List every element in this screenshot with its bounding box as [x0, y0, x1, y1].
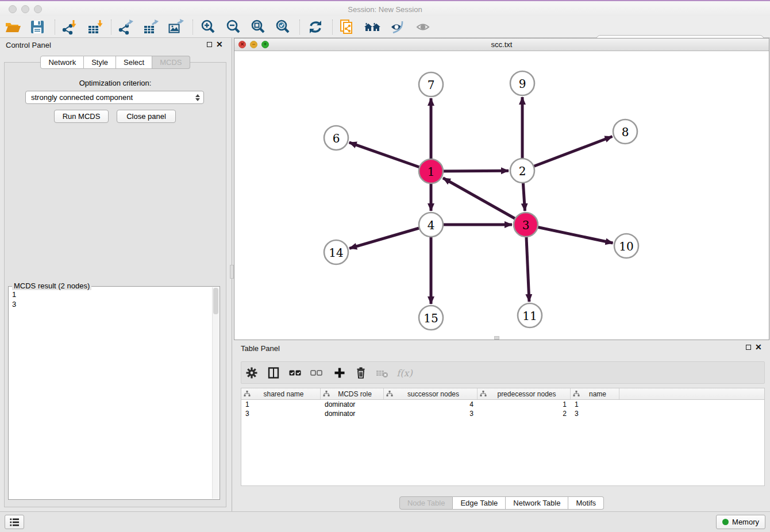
zoom-out-icon[interactable]	[224, 18, 242, 36]
cell-predecessor-nodes[interactable]: 1	[478, 400, 571, 409]
table-row-2[interactable]: 3dominator323	[241, 409, 764, 418]
table-panel-close-icon[interactable]: ✕	[755, 344, 762, 350]
svg-text:4: 4	[428, 218, 435, 232]
node-2[interactable]: 2	[510, 159, 534, 183]
mcds-result-title: MCDS result (2 nodes)	[12, 282, 91, 290]
control-panel-controls: ✕	[207, 41, 223, 47]
tab-network[interactable]: Network	[40, 56, 84, 69]
edge-3-1[interactable]	[443, 178, 526, 225]
mcds-result-list[interactable]: 1 3	[12, 290, 16, 309]
vertical-splitter-grip[interactable]	[230, 265, 234, 279]
table-tab-node-table[interactable]: Node Table	[399, 496, 453, 510]
export-network-icon[interactable]	[116, 18, 134, 36]
delete-table-icon	[373, 364, 391, 382]
close-panel-button[interactable]: Close panel	[117, 110, 176, 123]
node-table-body: 1dominator4113dominator323	[241, 400, 764, 418]
toolbar-separator	[111, 20, 111, 34]
export-table-icon[interactable]	[141, 18, 160, 36]
cell-successor-nodes[interactable]: 4	[384, 400, 478, 409]
cell-predecessor-nodes[interactable]: 2	[478, 409, 571, 418]
column-header-predecessor-nodes[interactable]: predecessor nodes	[478, 388, 571, 399]
window-title: Session: New Session	[0, 5, 770, 14]
export-image-icon[interactable]	[167, 18, 185, 36]
cell-mcds-role[interactable]: dominator	[321, 400, 384, 409]
node-6[interactable]: 6	[324, 126, 348, 150]
edge-2-8[interactable]	[522, 137, 613, 171]
tab-mcds[interactable]: MCDS	[152, 56, 190, 69]
column-header-successor-nodes[interactable]: successor nodes	[384, 388, 478, 399]
zoom-fit-icon[interactable]	[249, 18, 267, 36]
tab-select[interactable]: Select	[116, 56, 152, 69]
control-panel-float-icon[interactable]	[207, 42, 212, 47]
new-network-from-selection-icon[interactable]	[338, 18, 356, 36]
mcds-result-group: MCDS result (2 nodes) 1 3	[8, 286, 220, 500]
clear-all-checks-icon[interactable]	[307, 364, 326, 382]
svg-text:7: 7	[428, 78, 435, 92]
task-history-button[interactable]	[5, 515, 24, 529]
criterion-value: strongly connected component	[31, 93, 195, 102]
control-panel-close-icon[interactable]: ✕	[216, 41, 223, 47]
memory-label: Memory	[732, 518, 759, 526]
list-icon	[9, 516, 20, 528]
column-header-name[interactable]: name	[571, 388, 619, 399]
node-1[interactable]: 1	[419, 159, 443, 183]
table-tab-network-table[interactable]: Network Table	[506, 496, 568, 510]
table-panel-float-icon[interactable]	[746, 345, 751, 350]
add-row-icon[interactable]	[330, 364, 349, 382]
mcds-result-scrollbar[interactable]	[212, 287, 219, 499]
node-table: shared nameMCDS rolesuccessor nodesprede…	[241, 388, 765, 486]
node-8[interactable]: 8	[613, 119, 637, 144]
import-network-icon[interactable]	[60, 18, 78, 36]
cell-mcds-role[interactable]: dominator	[321, 409, 384, 418]
criterion-select[interactable]: strongly connected component	[25, 91, 204, 104]
column-header-mcds-role[interactable]: MCDS role	[321, 388, 384, 399]
node-15[interactable]: 15	[419, 306, 443, 330]
zoom-in-icon[interactable]	[199, 18, 217, 36]
node-9[interactable]: 9	[510, 71, 534, 95]
hide-selected-icon[interactable]	[388, 18, 407, 36]
open-session-icon[interactable]	[3, 18, 22, 36]
cell-name[interactable]: 3	[571, 409, 619, 418]
node-3[interactable]: 3	[514, 213, 538, 237]
show-columns-icon[interactable]	[264, 364, 283, 382]
select-all-checks-icon[interactable]	[286, 364, 305, 382]
node-4[interactable]: 4	[419, 213, 443, 237]
tab-style[interactable]: Style	[84, 56, 116, 69]
network-canvas[interactable]: 7968124314101511	[234, 51, 769, 340]
first-neighbors-icon[interactable]	[363, 18, 382, 36]
node-10[interactable]: 10	[614, 234, 638, 258]
svg-text:1: 1	[428, 165, 435, 179]
memory-status-icon	[722, 519, 729, 525]
node-11[interactable]: 11	[518, 303, 542, 327]
show-all-icon[interactable]	[414, 18, 433, 36]
svg-text:10: 10	[619, 240, 633, 253]
cell-shared-name[interactable]: 1	[241, 400, 321, 409]
column-header-shared-name[interactable]: shared name	[241, 388, 321, 399]
edge-1-6[interactable]	[349, 142, 431, 171]
delete-row-icon[interactable]	[352, 364, 370, 382]
run-mcds-button[interactable]: Run MCDS	[54, 110, 109, 123]
table-tab-motifs[interactable]: Motifs	[568, 496, 604, 510]
memory-button[interactable]: Memory	[716, 515, 765, 529]
cell-successor-nodes[interactable]: 3	[384, 409, 478, 418]
cell-name[interactable]: 1	[571, 400, 619, 409]
svg-text:9: 9	[519, 77, 526, 91]
column-settings-icon[interactable]	[242, 364, 261, 382]
svg-text:6: 6	[333, 132, 340, 145]
select-stepper-icon	[195, 94, 200, 101]
horizontal-splitter-grip[interactable]	[494, 336, 499, 340]
import-table-icon[interactable]	[86, 18, 104, 36]
edge-3-10[interactable]	[526, 225, 613, 243]
node-14[interactable]: 14	[324, 240, 348, 264]
table-toolbar: f(x)	[241, 361, 765, 384]
node-7[interactable]: 7	[419, 72, 443, 97]
refresh-layout-icon[interactable]	[306, 18, 325, 36]
table-row-1[interactable]: 1dominator411	[241, 400, 764, 409]
toolbar-separator	[55, 20, 55, 34]
network-window-titlebar: ✕ − + scc.txt	[234, 38, 769, 51]
table-tab-edge-table[interactable]: Edge Table	[453, 496, 506, 510]
save-session-icon[interactable]	[28, 18, 47, 36]
node-table-header: shared nameMCDS rolesuccessor nodesprede…	[241, 388, 764, 400]
zoom-selected-icon[interactable]	[274, 18, 292, 36]
cell-shared-name[interactable]: 3	[241, 409, 321, 418]
